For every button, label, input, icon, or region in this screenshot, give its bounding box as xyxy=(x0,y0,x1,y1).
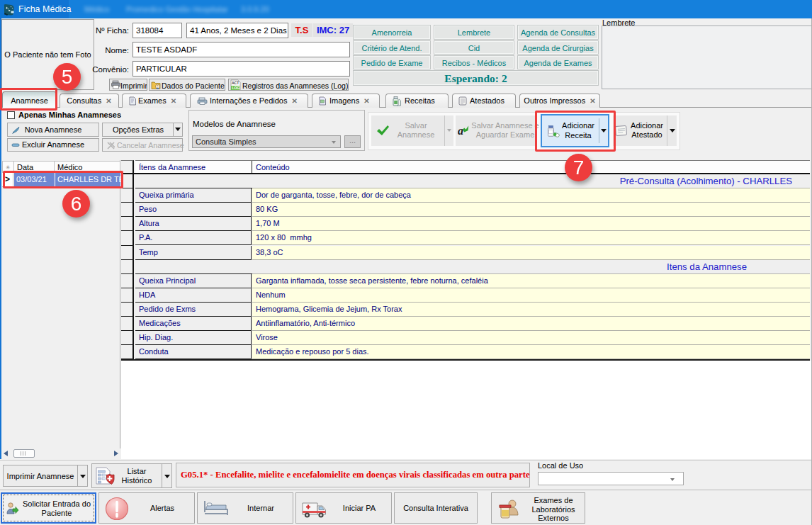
svg-text:LOG: LOG xyxy=(232,86,239,90)
svg-text:a: a xyxy=(458,125,463,137)
svg-text:ACT: ACT xyxy=(232,81,239,85)
